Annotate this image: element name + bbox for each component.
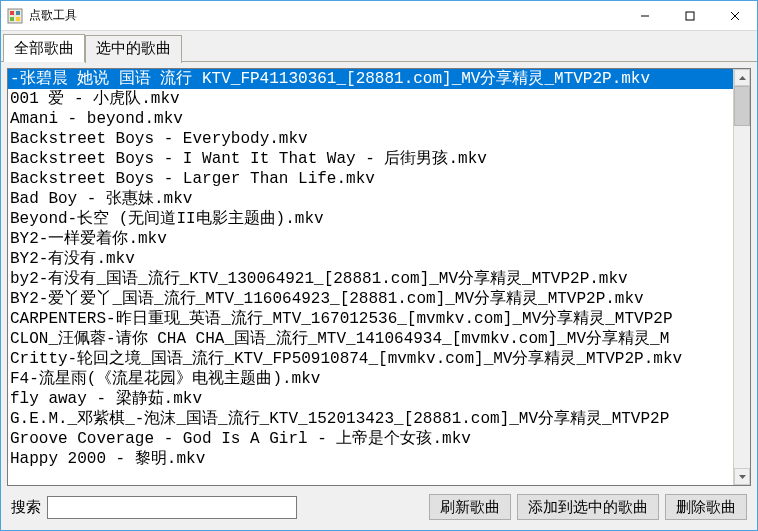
song-item[interactable]: fly away - 梁静茹.mkv <box>8 389 733 409</box>
search-input[interactable] <box>47 496 297 519</box>
svg-rect-4 <box>16 17 20 21</box>
app-icon <box>7 8 23 24</box>
maximize-button[interactable] <box>667 1 712 30</box>
song-item[interactable]: BY2-爱丫爱丫_国语_流行_MTV_116064923_[28881.com]… <box>8 289 733 309</box>
song-item[interactable]: by2-有没有_国语_流行_KTV_130064921_[28881.com]_… <box>8 269 733 289</box>
bottom-bar: 搜索 刷新歌曲 添加到选中的歌曲 删除歌曲 <box>7 486 751 524</box>
song-item[interactable]: Happy 2000 - 黎明.mkv <box>8 449 733 469</box>
search-label: 搜索 <box>11 498 41 517</box>
close-button[interactable] <box>712 1 757 30</box>
svg-rect-3 <box>10 17 14 21</box>
titlebar: 点歌工具 <box>1 1 757 31</box>
svg-rect-2 <box>16 11 20 15</box>
add-to-selected-button[interactable]: 添加到选中的歌曲 <box>517 494 659 520</box>
song-item[interactable]: Bad Boy - 张惠妹.mkv <box>8 189 733 209</box>
song-item[interactable]: CLON_汪佩蓉-请你 CHA CHA_国语_流行_MTV_141064934_… <box>8 329 733 349</box>
tab-strip: 全部歌曲 选中的歌曲 <box>1 31 757 61</box>
svg-rect-1 <box>10 11 14 15</box>
scroll-down-button[interactable] <box>734 468 750 485</box>
song-item[interactable]: Backstreet Boys - Everybody.mkv <box>8 129 733 149</box>
scroll-track[interactable] <box>734 86 750 468</box>
song-item[interactable]: Critty-轮回之境_国语_流行_KTV_FP50910874_[mvmkv.… <box>8 349 733 369</box>
song-listbox[interactable]: -张碧晨 她说 国语 流行 KTV_FP41130361_[28881.com]… <box>7 68 751 486</box>
svg-marker-10 <box>739 475 746 479</box>
song-item[interactable]: Groove Coverage - God Is A Girl - 上帝是个女孩… <box>8 429 733 449</box>
song-item[interactable]: CARPENTERS-昨日重现_英语_流行_MTV_167012536_[mvm… <box>8 309 733 329</box>
svg-marker-9 <box>739 76 746 80</box>
svg-rect-6 <box>686 12 694 20</box>
window-title: 点歌工具 <box>29 7 622 24</box>
song-item[interactable]: Backstreet Boys - I Want It That Way - 后… <box>8 149 733 169</box>
vertical-scrollbar[interactable] <box>733 69 750 485</box>
song-item[interactable]: Backstreet Boys - Larger Than Life.mkv <box>8 169 733 189</box>
song-item[interactable]: G.E.M._邓紫棋_-泡沫_国语_流行_KTV_152013423_[2888… <box>8 409 733 429</box>
delete-song-button[interactable]: 删除歌曲 <box>665 494 747 520</box>
song-item[interactable]: F4-流星雨(《流星花园》电视主题曲).mkv <box>8 369 733 389</box>
song-item[interactable]: Amani - beyond.mkv <box>8 109 733 129</box>
scroll-up-button[interactable] <box>734 69 750 86</box>
tab-selected-songs[interactable]: 选中的歌曲 <box>85 35 182 63</box>
song-item[interactable]: Beyond-长空 (无间道II电影主题曲).mkv <box>8 209 733 229</box>
song-item[interactable]: -张碧晨 她说 国语 流行 KTV_FP41130361_[28881.com]… <box>8 69 733 89</box>
song-item[interactable]: BY2-有没有.mkv <box>8 249 733 269</box>
app-window: 点歌工具 全部歌曲 选中的歌曲 -张碧晨 她说 国语 流行 KTV_FP4113… <box>0 0 758 531</box>
minimize-button[interactable] <box>622 1 667 30</box>
client-area: -张碧晨 她说 国语 流行 KTV_FP41130361_[28881.com]… <box>1 61 757 530</box>
scroll-thumb[interactable] <box>734 86 750 126</box>
song-item[interactable]: 001 爱 - 小虎队.mkv <box>8 89 733 109</box>
tab-all-songs[interactable]: 全部歌曲 <box>3 34 85 62</box>
song-item[interactable]: BY2-一样爱着你.mkv <box>8 229 733 249</box>
refresh-button[interactable]: 刷新歌曲 <box>429 494 511 520</box>
window-controls <box>622 1 757 30</box>
